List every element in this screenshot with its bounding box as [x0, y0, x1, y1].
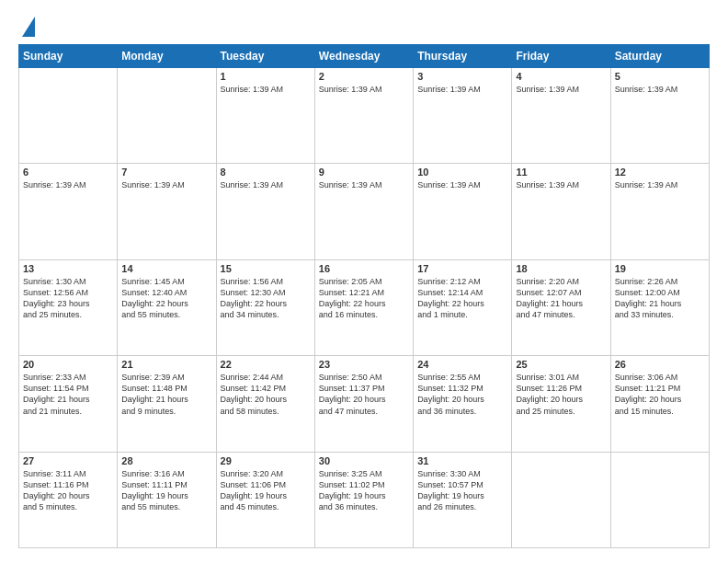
cell-info: Sunrise: 1:39 AM [319, 179, 409, 190]
day-number: 18 [516, 263, 606, 274]
day-number: 25 [516, 359, 606, 370]
cell-info: Sunrise: 1:39 AM [516, 179, 606, 190]
logo-arrow-icon [22, 17, 35, 37]
calendar-cell: 27Sunrise: 3:11 AMSunset: 11:16 PMDaylig… [19, 452, 118, 547]
header [18, 15, 710, 37]
day-number: 10 [417, 167, 507, 178]
day-number: 31 [417, 455, 507, 466]
weekday-header-friday: Friday [512, 45, 610, 68]
day-number: 13 [23, 263, 113, 274]
calendar-cell: 11Sunrise: 1:39 AM [512, 164, 610, 259]
weekday-header-thursday: Thursday [414, 45, 512, 68]
page: SundayMondayTuesdayWednesdayThursdayFrid… [0, 0, 728, 563]
day-number: 22 [221, 359, 311, 370]
calendar-cell: 16Sunrise: 2:05 AMSunset: 12:21 AMDaylig… [314, 259, 413, 355]
calendar-cell: 30Sunrise: 3:25 AMSunset: 11:02 PMDaylig… [314, 452, 413, 547]
calendar-cell: 17Sunrise: 2:12 AMSunset: 12:14 AMDaylig… [414, 259, 512, 355]
cell-info: Sunrise: 1:39 AM [417, 179, 507, 190]
cell-info: Sunrise: 1:39 AM [23, 179, 113, 190]
cell-info: Sunrise: 1:39 AM [221, 179, 311, 190]
calendar-cell: 7Sunrise: 1:39 AM [118, 164, 216, 259]
day-number: 6 [23, 167, 113, 178]
calendar-cell: 13Sunrise: 1:30 AMSunset: 12:56 AMDaylig… [19, 259, 118, 355]
cell-info: Sunrise: 2:55 AMSunset: 11:32 PMDaylight… [417, 372, 507, 417]
calendar-cell: 15Sunrise: 1:56 AMSunset: 12:30 AMDaylig… [216, 259, 314, 355]
calendar-cell: 6Sunrise: 1:39 AM [19, 164, 118, 259]
weekday-header-saturday: Saturday [610, 45, 709, 68]
logo [18, 15, 35, 37]
cell-info: Sunrise: 2:50 AMSunset: 11:37 PMDaylight… [319, 372, 409, 417]
cell-info: Sunrise: 3:06 AMSunset: 11:21 PMDaylight… [615, 372, 705, 417]
day-number: 21 [121, 359, 211, 370]
calendar-week-0: 1Sunrise: 1:39 AM2Sunrise: 1:39 AM3Sunri… [19, 68, 710, 164]
calendar-cell [512, 452, 610, 547]
day-number: 2 [319, 71, 409, 82]
cell-info: Sunrise: 3:30 AMSunset: 10:57 PMDaylight… [417, 468, 507, 513]
weekday-header-sunday: Sunday [19, 45, 118, 68]
calendar-cell: 29Sunrise: 3:20 AMSunset: 11:06 PMDaylig… [216, 452, 314, 547]
cell-info: Sunrise: 3:16 AMSunset: 11:11 PMDaylight… [121, 468, 211, 513]
cell-info: Sunrise: 2:12 AMSunset: 12:14 AMDaylight… [417, 276, 507, 321]
cell-info: Sunrise: 1:39 AM [121, 179, 211, 190]
weekday-header-tuesday: Tuesday [216, 45, 314, 68]
calendar-cell: 1Sunrise: 1:39 AM [216, 68, 314, 164]
calendar-cell: 28Sunrise: 3:16 AMSunset: 11:11 PMDaylig… [118, 452, 216, 547]
day-number: 20 [23, 359, 113, 370]
calendar-week-1: 6Sunrise: 1:39 AM7Sunrise: 1:39 AM8Sunri… [19, 164, 710, 259]
calendar-cell: 14Sunrise: 1:45 AMSunset: 12:40 AMDaylig… [118, 259, 216, 355]
cell-info: Sunrise: 3:01 AMSunset: 11:26 PMDaylight… [516, 372, 606, 417]
day-number: 14 [121, 263, 211, 274]
day-number: 5 [615, 71, 705, 82]
calendar-cell [610, 452, 709, 547]
day-number: 19 [615, 263, 705, 274]
cell-info: Sunrise: 1:39 AM [221, 84, 311, 95]
calendar-cell: 8Sunrise: 1:39 AM [216, 164, 314, 259]
calendar-cell [118, 68, 216, 164]
weekday-header-monday: Monday [118, 45, 216, 68]
day-number: 3 [417, 71, 507, 82]
day-number: 1 [221, 71, 311, 82]
cell-info: Sunrise: 3:20 AMSunset: 11:06 PMDaylight… [221, 468, 311, 513]
calendar-week-3: 20Sunrise: 2:33 AMSunset: 11:54 PMDaylig… [19, 356, 710, 452]
calendar-cell: 4Sunrise: 1:39 AM [512, 68, 610, 164]
calendar-table: SundayMondayTuesdayWednesdayThursdayFrid… [18, 44, 710, 548]
cell-info: Sunrise: 1:39 AM [516, 84, 606, 95]
cell-info: Sunrise: 2:44 AMSunset: 11:42 PMDaylight… [221, 372, 311, 417]
cell-info: Sunrise: 2:33 AMSunset: 11:54 PMDaylight… [23, 372, 113, 417]
day-number: 29 [221, 455, 311, 466]
cell-info: Sunrise: 1:39 AM [417, 84, 507, 95]
calendar-cell: 23Sunrise: 2:50 AMSunset: 11:37 PMDaylig… [314, 356, 413, 452]
cell-info: Sunrise: 2:20 AMSunset: 12:07 AMDaylight… [516, 276, 606, 321]
calendar-cell: 19Sunrise: 2:26 AMSunset: 12:00 AMDaylig… [610, 259, 709, 355]
calendar-cell: 24Sunrise: 2:55 AMSunset: 11:32 PMDaylig… [414, 356, 512, 452]
cell-info: Sunrise: 1:39 AM [615, 179, 705, 190]
calendar-cell: 18Sunrise: 2:20 AMSunset: 12:07 AMDaylig… [512, 259, 610, 355]
calendar-week-4: 27Sunrise: 3:11 AMSunset: 11:16 PMDaylig… [19, 452, 710, 547]
day-number: 30 [319, 455, 409, 466]
day-number: 4 [516, 71, 606, 82]
calendar-cell: 20Sunrise: 2:33 AMSunset: 11:54 PMDaylig… [19, 356, 118, 452]
calendar-cell [19, 68, 118, 164]
calendar-cell: 22Sunrise: 2:44 AMSunset: 11:42 PMDaylig… [216, 356, 314, 452]
calendar-cell: 31Sunrise: 3:30 AMSunset: 10:57 PMDaylig… [414, 452, 512, 547]
calendar-cell: 26Sunrise: 3:06 AMSunset: 11:21 PMDaylig… [610, 356, 709, 452]
day-number: 11 [516, 167, 606, 178]
calendar-cell: 25Sunrise: 3:01 AMSunset: 11:26 PMDaylig… [512, 356, 610, 452]
cell-info: Sunrise: 2:26 AMSunset: 12:00 AMDaylight… [615, 276, 705, 321]
cell-info: Sunrise: 1:56 AMSunset: 12:30 AMDaylight… [221, 276, 311, 321]
day-number: 17 [417, 263, 507, 274]
day-number: 24 [417, 359, 507, 370]
day-number: 15 [221, 263, 311, 274]
calendar-week-2: 13Sunrise: 1:30 AMSunset: 12:56 AMDaylig… [19, 259, 710, 355]
calendar-cell: 9Sunrise: 1:39 AM [314, 164, 413, 259]
day-number: 12 [615, 167, 705, 178]
calendar-cell: 2Sunrise: 1:39 AM [314, 68, 413, 164]
weekday-header-row: SundayMondayTuesdayWednesdayThursdayFrid… [19, 45, 710, 68]
day-number: 7 [121, 167, 211, 178]
cell-info: Sunrise: 1:45 AMSunset: 12:40 AMDaylight… [121, 276, 211, 321]
weekday-header-wednesday: Wednesday [314, 45, 413, 68]
cell-info: Sunrise: 1:39 AM [615, 84, 705, 95]
day-number: 23 [319, 359, 409, 370]
calendar-cell: 10Sunrise: 1:39 AM [414, 164, 512, 259]
cell-info: Sunrise: 2:05 AMSunset: 12:21 AMDaylight… [319, 276, 409, 321]
